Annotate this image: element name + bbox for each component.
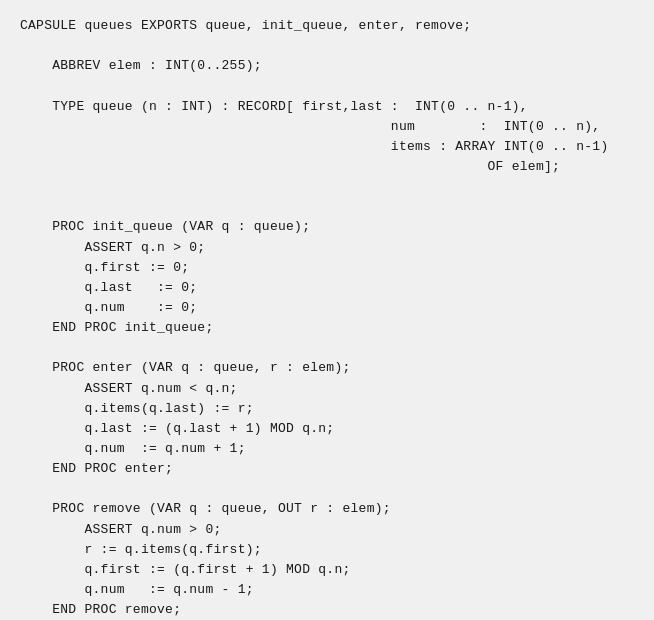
code-line [20, 177, 634, 197]
code-line: ABBREV elem : INT(0..255); [20, 56, 634, 76]
code-line: q.last := (q.last + 1) MOD q.n; [20, 419, 634, 439]
code-line [20, 338, 634, 358]
code-line: q.num := q.num - 1; [20, 580, 634, 600]
code-line [20, 479, 634, 499]
code-line: PROC remove (VAR q : queue, OUT r : elem… [20, 499, 634, 519]
code-line: r := q.items(q.first); [20, 540, 634, 560]
code-line: num : INT(0 .. n), [20, 117, 634, 137]
code-line: CAPSULE queues EXPORTS queue, init_queue… [20, 16, 634, 36]
code-line: q.first := 0; [20, 258, 634, 278]
code-line [20, 76, 634, 96]
code-line: ASSERT q.n > 0; [20, 238, 634, 258]
code-line: q.first := (q.first + 1) MOD q.n; [20, 560, 634, 580]
code-line: PROC enter (VAR q : queue, r : elem); [20, 358, 634, 378]
code-line: END PROC enter; [20, 459, 634, 479]
code-line: items : ARRAY INT(0 .. n-1) [20, 137, 634, 157]
code-line: END PROC init_queue; [20, 318, 634, 338]
code-line: END PROC remove; [20, 600, 634, 620]
code-line: q.items(q.last) := r; [20, 399, 634, 419]
code-line [20, 36, 634, 56]
code-line: PROC init_queue (VAR q : queue); [20, 217, 634, 237]
code-line: q.num := 0; [20, 298, 634, 318]
code-line: ASSERT q.num > 0; [20, 520, 634, 540]
code-line: q.last := 0; [20, 278, 634, 298]
code-line: OF elem]; [20, 157, 634, 177]
code-line [20, 197, 634, 217]
code-line: q.num := q.num + 1; [20, 439, 634, 459]
code-line: TYPE queue (n : INT) : RECORD[ first,las… [20, 97, 634, 117]
code-line: ASSERT q.num < q.n; [20, 379, 634, 399]
code-display: CAPSULE queues EXPORTS queue, init_queue… [20, 16, 634, 620]
